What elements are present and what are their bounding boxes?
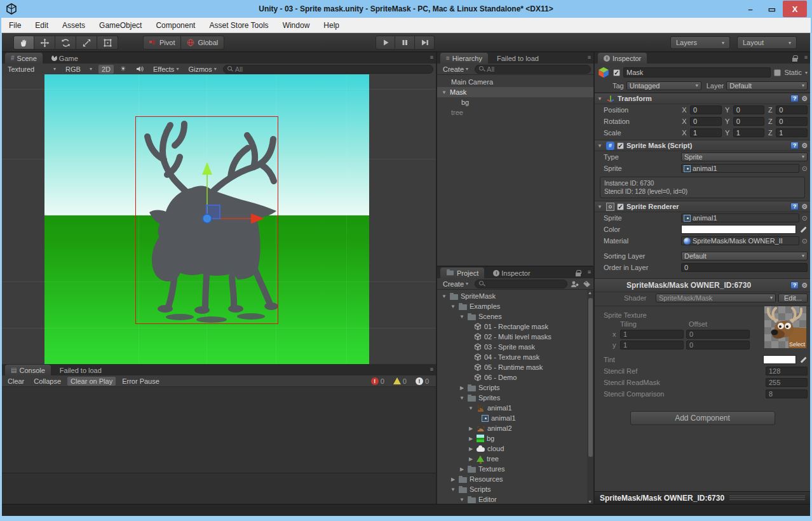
foldout-icon[interactable]: ▶ bbox=[468, 446, 474, 452]
position-x-field[interactable]: 0 bbox=[690, 105, 722, 114]
tree-item-texture[interactable]: ▶cloud bbox=[437, 443, 593, 454]
tab-failed-to-load[interactable]: Failed to load bbox=[497, 53, 539, 64]
layout-dropdown[interactable]: Layout ▾ bbox=[737, 36, 797, 49]
tree-item-sprite-asset[interactable]: ▶animal2 bbox=[437, 423, 593, 433]
gizmo-center-handle[interactable] bbox=[203, 214, 212, 223]
hierarchy-item-tree[interactable]: tree bbox=[437, 107, 593, 118]
gameobject-cube-icon[interactable] bbox=[597, 66, 610, 79]
project-search-input[interactable] bbox=[475, 280, 567, 288]
hierarchy-item-mask[interactable]: ▼ Mask bbox=[437, 87, 593, 97]
project-scrollbar[interactable]: ▲ ▼ bbox=[587, 290, 593, 504]
shader-dropdown[interactable]: SpriteMask/Mask▾ bbox=[656, 294, 776, 302]
tree-item-scene[interactable]: 03 - Sprite mask bbox=[437, 342, 593, 352]
scale-z-field[interactable]: 1 bbox=[776, 128, 808, 137]
menu-gameobject[interactable]: GameObject bbox=[99, 21, 142, 30]
foldout-icon[interactable]: ▼ bbox=[450, 487, 456, 492]
tree-item-folder[interactable]: ▼Scripts bbox=[437, 484, 593, 494]
component-checkbox[interactable]: ✓ bbox=[617, 142, 624, 149]
menu-component[interactable]: Component bbox=[156, 21, 195, 30]
rect-tool-button[interactable] bbox=[97, 36, 118, 50]
scene-viewport[interactable] bbox=[2, 74, 436, 364]
collapse-button[interactable]: Collapse bbox=[30, 377, 64, 386]
audio-toggle[interactable] bbox=[133, 65, 147, 73]
scene-search-input[interactable]: All bbox=[223, 65, 433, 74]
gear-icon[interactable]: ⚙ bbox=[801, 95, 808, 103]
menu-window[interactable]: Window bbox=[283, 21, 310, 30]
mask-sprite-object-field[interactable]: animal1 bbox=[681, 164, 799, 173]
error-pause-button[interactable]: Error Pause bbox=[119, 377, 163, 386]
object-picker-icon[interactable]: ⊙ bbox=[802, 214, 808, 222]
stencil-comparison-field[interactable]: 8 bbox=[766, 389, 808, 398]
scroll-up-icon[interactable]: ▲ bbox=[588, 290, 592, 295]
maximize-button[interactable]: ▭ bbox=[761, 1, 783, 17]
eyedropper-icon[interactable] bbox=[799, 225, 808, 234]
tree-item-scene[interactable]: 02 - Multi level masks bbox=[437, 332, 593, 342]
tint-swatch[interactable] bbox=[763, 355, 796, 364]
layer-dropdown[interactable]: Default▾ bbox=[726, 81, 808, 90]
tree-item-folder[interactable]: ▼Examples bbox=[437, 301, 593, 311]
foldout-icon[interactable]: ▶ bbox=[459, 385, 465, 391]
tree-item-texture[interactable]: ▶bg bbox=[437, 433, 593, 443]
info-filter-toggle[interactable]: ! 0 bbox=[412, 377, 432, 386]
renderer-sprite-object-field[interactable]: animal1 bbox=[681, 213, 799, 222]
panel-menu-icon[interactable]: ≡ bbox=[588, 269, 590, 275]
preview-resize-handle[interactable] bbox=[729, 496, 805, 500]
tree-item-scene[interactable]: 04 - Texture mask bbox=[437, 352, 593, 362]
move-tool-button[interactable] bbox=[34, 36, 55, 50]
search-by-label-icon[interactable] bbox=[583, 280, 591, 288]
lighting-toggle[interactable]: ☀ bbox=[117, 64, 130, 74]
tag-dropdown[interactable]: Untagged▾ bbox=[626, 81, 701, 90]
name-field[interactable]: Mask bbox=[623, 67, 771, 78]
foldout-icon[interactable]: ▼ bbox=[459, 497, 465, 503]
tree-item-folder[interactable]: ▶Resources bbox=[437, 474, 593, 484]
foldout-icon[interactable]: ▼ bbox=[459, 395, 465, 401]
object-picker-icon[interactable]: ⊙ bbox=[802, 237, 808, 245]
help-icon[interactable]: ? bbox=[790, 95, 799, 102]
foldout-icon[interactable]: ▼ bbox=[441, 90, 447, 95]
gear-icon[interactable]: ⚙ bbox=[801, 142, 808, 150]
help-icon[interactable]: ? bbox=[790, 142, 799, 149]
foldout-icon[interactable]: ▶ bbox=[450, 477, 456, 482]
gear-icon[interactable]: ⚙ bbox=[801, 281, 808, 290]
sprite-texture-preview[interactable]: Select bbox=[764, 306, 806, 348]
rotation-y-field[interactable]: 0 bbox=[733, 117, 765, 126]
console-detail-area[interactable] bbox=[2, 473, 436, 504]
global-toggle-button[interactable]: Global bbox=[181, 36, 224, 50]
tree-item-folder[interactable]: ▼Editor bbox=[437, 494, 593, 504]
foldout-icon[interactable]: ▼ bbox=[597, 204, 604, 210]
tree-item-folder[interactable]: ▼Sprites bbox=[437, 393, 593, 403]
warning-filter-toggle[interactable]: 0 bbox=[390, 377, 410, 386]
hand-tool-button[interactable] bbox=[13, 36, 34, 50]
tab-inspector-secondary[interactable]: i Inspector bbox=[493, 267, 530, 278]
foldout-icon[interactable]: ▶ bbox=[468, 436, 474, 442]
shading-mode-dropdown[interactable]: Textured ▾ bbox=[4, 65, 59, 74]
menu-asset-store-tools[interactable]: Asset Store Tools bbox=[209, 21, 268, 30]
menu-assets[interactable]: Assets bbox=[62, 21, 85, 30]
scale-y-field[interactable]: 1 bbox=[733, 128, 765, 137]
help-icon[interactable]: ? bbox=[790, 281, 799, 289]
tree-item-folder[interactable]: ▼Scenes bbox=[437, 311, 593, 321]
tree-item-sprite-asset[interactable]: ▼animal1 bbox=[437, 403, 593, 413]
position-z-field[interactable]: 0 bbox=[776, 105, 808, 114]
stencil-ref-field[interactable]: 128 bbox=[766, 367, 808, 376]
gizmo-x-arrow[interactable] bbox=[251, 213, 264, 224]
panel-menu-icon[interactable]: ≡ bbox=[804, 54, 807, 60]
foldout-icon[interactable]: ▼ bbox=[441, 294, 447, 299]
material-preview-bar[interactable]: SpriteMask/Mask OWNER_ID:6730 bbox=[595, 491, 810, 504]
tree-item-scene[interactable]: 05 - Runtime mask bbox=[437, 362, 593, 372]
sprite-renderer-header[interactable]: ▼ ✓ Sprite Renderer ? ⚙ bbox=[595, 201, 810, 212]
add-component-button[interactable]: Add Component bbox=[630, 411, 775, 425]
render-channels-dropdown[interactable]: RGB ▾ bbox=[62, 65, 95, 74]
foldout-icon[interactable]: ▶ bbox=[468, 426, 474, 431]
tree-item-folder[interactable]: ▶Scripts bbox=[437, 382, 593, 393]
rotate-tool-button[interactable] bbox=[55, 36, 76, 50]
transform-header[interactable]: ▼ Transform ? ⚙ bbox=[595, 93, 810, 104]
tree-item-scene[interactable]: 01 - Rectangle mask bbox=[437, 321, 593, 332]
hierarchy-item-bg[interactable]: bg bbox=[437, 97, 593, 107]
shader-edit-button[interactable]: Edit... bbox=[778, 294, 808, 302]
scrollbar-thumb[interactable] bbox=[588, 298, 593, 457]
close-button[interactable]: X bbox=[783, 1, 807, 17]
tab-hierarchy[interactable]: ≡ Hierarchy bbox=[440, 53, 488, 64]
foldout-icon[interactable]: ▼ bbox=[468, 405, 474, 411]
lock-icon[interactable] bbox=[576, 273, 581, 276]
